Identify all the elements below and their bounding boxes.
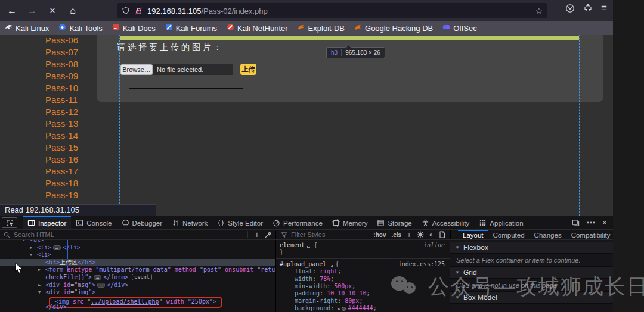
css-property-row[interactable]: background: ▶#444444; bbox=[280, 305, 446, 312]
browse-button[interactable]: Browse… bbox=[120, 64, 153, 75]
layout-section-flexbox[interactable]: ▼Flexbox bbox=[450, 242, 613, 254]
sidebar-item-pass-11[interactable]: Pass-11 bbox=[45, 94, 78, 106]
bookmark-item[interactable]: Kali Linux bbox=[5, 23, 49, 33]
css-property-row[interactable]: width: 78%; bbox=[280, 276, 446, 283]
print-simulation-icon[interactable] bbox=[439, 231, 445, 238]
markup-row[interactable]: ▼<div id="img"> bbox=[0, 289, 275, 297]
expand-icon[interactable]: ▶ bbox=[38, 266, 41, 274]
light-theme-sun-icon[interactable] bbox=[417, 231, 424, 238]
bookmark-star-icon[interactable]: ☆ bbox=[535, 6, 543, 15]
css-rule-selector[interactable]: #upload_panel{index.css:125 bbox=[280, 261, 446, 268]
sidebar-item-pass-07[interactable]: Pass-07 bbox=[45, 46, 78, 58]
collapse-icon[interactable]: ▼ bbox=[38, 289, 41, 297]
markup-row[interactable]: ▶<li>…</li> bbox=[0, 244, 275, 252]
css-property-row[interactable]: margin-right: 80px; bbox=[280, 298, 446, 305]
css-property-row[interactable]: float: right; bbox=[280, 268, 446, 275]
home-button[interactable]: ⌂ bbox=[64, 3, 81, 18]
pocket-icon[interactable] bbox=[565, 4, 575, 13]
devtools-tab-debugger[interactable]: Debugger bbox=[117, 216, 168, 229]
markup-row[interactable]: <h3>上传区</h3> bbox=[0, 259, 275, 267]
selector-highlighter-icon[interactable] bbox=[307, 244, 311, 248]
devtools-tab-style-editor[interactable]: Style Editor bbox=[212, 216, 268, 229]
sidebar-item-pass-06[interactable]: Pass-06 bbox=[45, 35, 78, 46]
element-picker-button[interactable] bbox=[2, 217, 17, 228]
devtools-tab-console[interactable]: Console bbox=[71, 216, 116, 229]
collapse-icon[interactable]: ▼ bbox=[23, 240, 25, 244]
eyedropper-icon[interactable] bbox=[265, 231, 272, 238]
tab-computed[interactable]: Computed bbox=[488, 230, 530, 239]
stop-button[interactable]: × bbox=[44, 3, 61, 18]
bookmark-item[interactable]: Kali NetHunter bbox=[227, 23, 288, 33]
sidebar-item-pass-15[interactable]: Pass-15 bbox=[45, 142, 78, 154]
markup-row[interactable]: ▶<div id="msg">…</div> bbox=[0, 282, 275, 289]
css-rule-selector[interactable]: element{inline bbox=[280, 242, 446, 249]
css-property-row[interactable]: min-width: 500px; bbox=[280, 283, 446, 290]
markup-row[interactable]: <img src="../upload/shell.php" width="25… bbox=[0, 297, 275, 304]
stylesheet-link[interactable]: index.css:125 bbox=[398, 261, 445, 268]
section-collapse-icon[interactable]: ▼ bbox=[455, 295, 460, 300]
markup-row[interactable]: checkFile()">…</form>event bbox=[0, 274, 275, 282]
devtools-tab-application[interactable]: Application bbox=[474, 216, 528, 229]
expand-longhand-icon[interactable]: ▶ bbox=[338, 307, 340, 311]
selector-highlighter-icon[interactable] bbox=[329, 263, 333, 267]
sidebar-item-pass-09[interactable]: Pass-09 bbox=[45, 70, 78, 82]
file-input-status[interactable]: No file selected. bbox=[153, 64, 233, 75]
sidebar-item-pass-13[interactable]: Pass-13 bbox=[45, 118, 78, 130]
section-collapse-icon[interactable]: ▼ bbox=[455, 245, 460, 250]
bookmark-item[interactable]: Exploit-DB bbox=[298, 23, 345, 33]
layout-section-grid[interactable]: ▼Grid bbox=[450, 267, 613, 279]
section-collapse-icon[interactable]: ▼ bbox=[455, 270, 460, 275]
collapsed-content-icon[interactable]: … bbox=[94, 275, 101, 280]
css-property-row[interactable]: padding: 10 10 10 10; bbox=[280, 290, 446, 297]
insecure-lock-icon[interactable] bbox=[135, 7, 143, 15]
add-rule-icon[interactable]: + bbox=[407, 230, 411, 239]
contrast-icon[interactable]: ◐ bbox=[429, 230, 434, 239]
pseudo-hov-button[interactable]: :hov bbox=[373, 232, 386, 238]
layout-section-box-model[interactable]: ▼Box Model bbox=[450, 292, 613, 304]
close-devtools-icon[interactable]: × bbox=[602, 218, 607, 227]
color-swatch[interactable] bbox=[342, 307, 346, 311]
pseudo-cls-button[interactable]: .cls bbox=[391, 232, 401, 238]
bookmark-item[interactable]: Kali Docs bbox=[112, 23, 156, 33]
markup-row[interactable]: ▼<li> bbox=[0, 251, 275, 259]
markup-row[interactable]: </div> bbox=[0, 304, 275, 311]
back-button[interactable]: ← bbox=[4, 3, 20, 18]
sidebar-item-pass-08[interactable]: Pass-08 bbox=[45, 58, 78, 70]
sidebar-item-pass-14[interactable]: Pass-14 bbox=[45, 130, 78, 142]
devtools-tab-performance[interactable]: Performance bbox=[268, 216, 327, 229]
sidebar-item-pass-16[interactable]: Pass-16 bbox=[45, 154, 78, 166]
devtools-tab-storage[interactable]: Storage bbox=[372, 216, 416, 229]
forward-button[interactable]: → bbox=[24, 3, 41, 18]
dock-window-icon[interactable] bbox=[572, 219, 580, 227]
sidebar-item-pass-12[interactable]: Pass-12 bbox=[45, 106, 78, 118]
bookmark-item[interactable]: Kali Tools bbox=[58, 23, 102, 33]
sidebar-item-pass-18[interactable]: Pass-18 bbox=[45, 177, 78, 189]
markup-row[interactable]: ▶<form enctype="multipart/form-data" met… bbox=[0, 266, 275, 274]
collapsed-content-icon[interactable]: … bbox=[97, 283, 105, 288]
devtools-tab-inspector[interactable]: Inspector bbox=[23, 216, 71, 229]
bookmark-item[interactable]: OffSec bbox=[442, 23, 477, 33]
bookmark-item[interactable]: Kali Forums bbox=[165, 23, 217, 33]
menu-hamburger-icon[interactable]: ≡ bbox=[601, 3, 607, 13]
sidebar-item-pass-19[interactable]: Pass-19 bbox=[45, 189, 78, 201]
extensions-puzzle-icon[interactable] bbox=[583, 4, 593, 13]
meatball-menu-icon[interactable] bbox=[587, 221, 595, 224]
sidebar-item-pass-10[interactable]: Pass-10 bbox=[45, 82, 78, 94]
collapsed-content-icon[interactable]: … bbox=[53, 245, 61, 250]
devtools-tab-memory[interactable]: Memory bbox=[327, 216, 373, 229]
tab-compatibility[interactable]: Compatibility bbox=[566, 230, 615, 239]
add-node-icon[interactable]: + bbox=[255, 230, 259, 239]
expand-icon[interactable]: ▶ bbox=[30, 244, 32, 252]
event-badge[interactable]: event bbox=[132, 274, 152, 280]
filter-styles-placeholder[interactable]: Filter Styles bbox=[291, 231, 325, 238]
upload-button[interactable]: 上传 bbox=[240, 64, 256, 75]
bookmark-item[interactable]: Google Hacking DB bbox=[354, 23, 433, 33]
url-bar[interactable]: 192.168.31.105/Pass-02/index.php ☆ bbox=[117, 3, 547, 18]
devtools-tab-network[interactable]: Network bbox=[167, 216, 212, 229]
devtools-tab-accessibility[interactable]: Accessibility bbox=[417, 216, 475, 229]
tab-changes[interactable]: Changes bbox=[530, 230, 566, 239]
expand-icon[interactable]: ▶ bbox=[38, 282, 41, 289]
sidebar-item-pass-17[interactable]: Pass-17 bbox=[45, 166, 78, 177]
search-html-placeholder[interactable]: Search HTML bbox=[14, 231, 54, 238]
collapse-icon[interactable]: ▼ bbox=[30, 251, 32, 259]
